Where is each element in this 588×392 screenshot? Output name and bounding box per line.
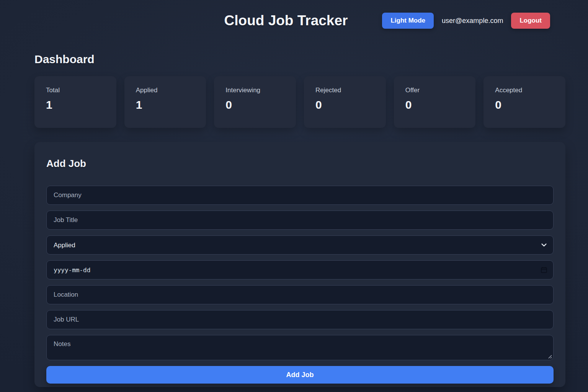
main-content: Dashboard Total 1 Applied 1 Interviewing… — [34, 53, 565, 387]
location-field-wrap — [46, 285, 554, 304]
stat-value: 0 — [315, 98, 374, 111]
notes-textarea[interactable] — [46, 335, 554, 360]
job-url-field-wrap — [46, 310, 554, 329]
dashboard-heading: Dashboard — [34, 53, 565, 66]
status-select[interactable]: Applied — [46, 235, 554, 255]
stat-value: 0 — [495, 98, 554, 111]
resize-handle-icon[interactable] — [547, 353, 552, 358]
logout-button[interactable]: Logout — [511, 13, 550, 29]
stat-card-applied: Applied 1 — [124, 76, 206, 128]
stat-label: Accepted — [495, 87, 554, 94]
stat-label: Total — [46, 87, 105, 94]
light-mode-button[interactable]: Light Mode — [382, 13, 434, 29]
stats-grid: Total 1 Applied 1 Interviewing 0 Rejecte… — [34, 76, 565, 128]
stat-label: Offer — [405, 87, 464, 94]
stat-card-rejected: Rejected 0 — [304, 76, 386, 128]
stat-label: Rejected — [315, 87, 374, 94]
stat-label: Applied — [136, 87, 195, 94]
job-url-input[interactable] — [46, 310, 554, 329]
add-job-button[interactable]: Add Job — [46, 366, 554, 384]
stat-value: 1 — [136, 98, 195, 111]
status-field-wrap: Applied — [46, 235, 554, 255]
company-field-wrap — [46, 186, 554, 205]
date-field-wrap — [46, 260, 554, 279]
calendar-icon[interactable] — [540, 266, 548, 274]
company-input[interactable] — [46, 186, 554, 205]
add-job-section: Add Job Applied — [34, 142, 565, 387]
job-title-field-wrap — [46, 211, 554, 230]
notes-field-wrap — [46, 335, 554, 360]
add-job-heading: Add Job — [46, 158, 554, 170]
stat-value: 0 — [225, 98, 284, 111]
stat-card-total: Total 1 — [34, 76, 116, 128]
app-title: Cloud Job Tracker — [224, 13, 348, 29]
add-job-form: Applied — [46, 186, 554, 384]
app-header: Cloud Job Tracker Light Mode user@exampl… — [0, 0, 588, 41]
stat-label: Interviewing — [225, 87, 284, 94]
stat-card-offer: Offer 0 — [394, 76, 476, 128]
location-input[interactable] — [46, 285, 554, 304]
stat-value: 0 — [405, 98, 464, 111]
date-applied-input[interactable] — [46, 260, 554, 279]
stat-card-accepted: Accepted 0 — [483, 76, 565, 128]
job-title-input[interactable] — [46, 211, 554, 230]
stat-card-interviewing: Interviewing 0 — [214, 76, 296, 128]
stat-value: 1 — [46, 98, 105, 111]
user-email: user@example.com — [442, 17, 503, 25]
